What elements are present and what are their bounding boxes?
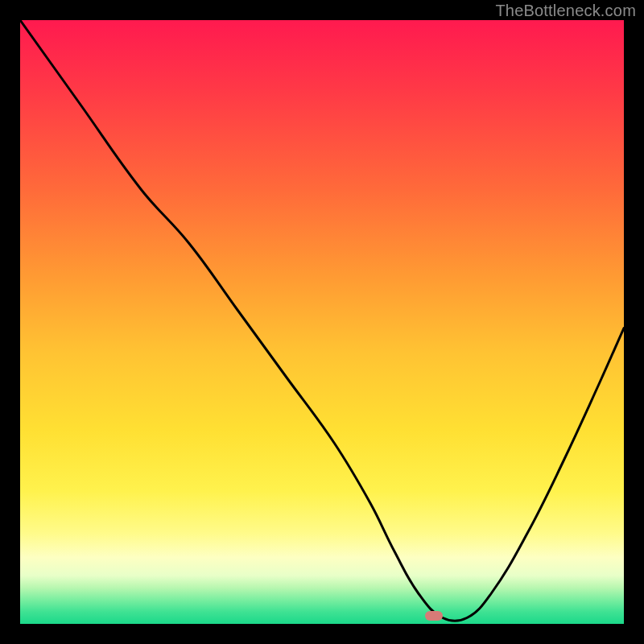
- plot-area: [20, 20, 624, 624]
- watermark-label: TheBottleneck.com: [495, 2, 636, 20]
- chart-frame: TheBottleneck.com: [0, 0, 644, 644]
- optimal-point-marker: [425, 611, 443, 621]
- bottleneck-curve: [20, 20, 624, 621]
- curve-svg: [20, 20, 624, 624]
